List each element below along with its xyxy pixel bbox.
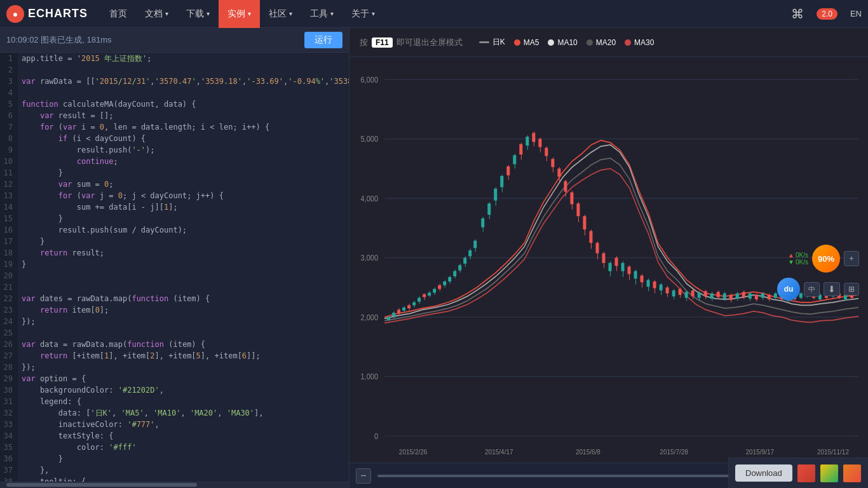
- line-content: var option = {: [18, 373, 86, 384]
- line-number: 29: [0, 373, 18, 384]
- code-line: 11 }: [0, 167, 349, 179]
- line-content: return [+item[1], +item[2], +item[5], +i…: [18, 350, 261, 362]
- chart-panel: 按 F11 即可退出全屏模式 日K MA5 MA10: [349, 28, 868, 488]
- line-number: 13: [0, 190, 18, 201]
- line-content: backgroundColor: '#21202D',: [18, 384, 164, 396]
- code-line: 25: [0, 327, 349, 339]
- download-button[interactable]: Download: [735, 464, 792, 482]
- f11-hint: 按 F11 即可退出全屏模式: [360, 37, 463, 48]
- nav-about[interactable]: 关于 ▾: [342, 0, 384, 28]
- line-content: sum += data[i - j][1];: [18, 201, 178, 213]
- svg-rect-116: [666, 287, 669, 293]
- nav-home[interactable]: 首页: [100, 0, 136, 28]
- du-icon[interactable]: du: [777, 278, 800, 301]
- theme-yellow-green-button[interactable]: [820, 464, 838, 482]
- code-line: 16 result.push(sum / dayCount);: [0, 224, 349, 236]
- svg-rect-32: [412, 302, 416, 306]
- code-panel: 10:09:02 图表已生成, 181ms 运行 1app.title = '2…: [0, 28, 349, 488]
- github-icon[interactable]: ⌘: [791, 6, 804, 22]
- code-line: 7 for (var i = 0, len = data.length; i <…: [0, 121, 349, 133]
- svg-rect-46: [448, 277, 451, 281]
- code-line: 18 return result;: [0, 247, 349, 259]
- svg-rect-74: [532, 133, 535, 142]
- svg-text:4,000: 4,000: [360, 194, 378, 203]
- code-line: 12 var sum = 0;: [0, 179, 349, 190]
- code-line: 27 return [+item[1], +item[2], +item[5],…: [0, 350, 349, 362]
- svg-rect-134: [723, 294, 726, 299]
- lang-cn-button[interactable]: 中: [804, 282, 820, 297]
- code-status: 10:09:02 图表已生成, 181ms: [6, 34, 111, 46]
- traffic-circle[interactable]: 90%: [812, 245, 840, 273]
- svg-rect-110: [647, 280, 650, 287]
- nav-download[interactable]: 下载 ▾: [177, 0, 219, 28]
- line-number: 3: [0, 76, 18, 87]
- nav-tools[interactable]: 工具 ▾: [301, 0, 342, 28]
- line-content: result.push('-');: [18, 144, 155, 156]
- line-number: 36: [0, 453, 18, 464]
- code-line: 28});: [0, 362, 349, 373]
- f11-badge: F11: [372, 37, 393, 48]
- svg-rect-130: [710, 294, 714, 299]
- line-number: 32: [0, 407, 18, 419]
- legend-ma30-dot: [625, 39, 631, 46]
- code-line: 26var data = rawData.map(function (item)…: [0, 339, 349, 350]
- line-number: 17: [0, 236, 18, 247]
- legend-ma30-label: MA30: [634, 38, 654, 47]
- svg-rect-26: [397, 309, 400, 313]
- code-line: 4: [0, 87, 349, 98]
- line-content: return result;: [18, 247, 104, 259]
- line-number: 5: [0, 98, 18, 110]
- line-number: 12: [0, 179, 18, 190]
- svg-rect-142: [749, 294, 752, 299]
- line-number: 9: [0, 144, 18, 156]
- svg-rect-22: [387, 317, 390, 320]
- svg-rect-60: [487, 203, 491, 215]
- nav-examples[interactable]: 实例 ▾: [219, 0, 260, 28]
- plus-btn[interactable]: +: [844, 251, 859, 266]
- svg-rect-108: [641, 276, 644, 283]
- code-line: 38 tooltip: {: [0, 476, 349, 482]
- zoom-out-button[interactable]: −: [356, 468, 371, 484]
- code-area[interactable]: 1app.title = '2015 年上证指数';2 3var rawData…: [0, 53, 349, 482]
- grid-icon-button[interactable]: ⊞: [844, 283, 859, 295]
- svg-rect-100: [615, 258, 618, 266]
- code-scrollbar[interactable]: [0, 482, 349, 488]
- line-content: if (i < dayCount) {: [18, 133, 146, 144]
- line-number: 14: [0, 201, 18, 213]
- traffic-row: ▲ 0K/s ▼ 0K/s 90% +: [788, 245, 859, 273]
- svg-rect-68: [513, 155, 516, 164]
- line-number: 24: [0, 316, 18, 327]
- code-line: 5function calculateMA(dayCount, data) {: [0, 98, 349, 110]
- svg-rect-126: [698, 293, 701, 298]
- svg-rect-102: [621, 263, 625, 271]
- line-content: [18, 87, 26, 98]
- svg-rect-112: [653, 281, 656, 288]
- code-line: 29var option = {: [0, 373, 349, 384]
- svg-rect-98: [608, 263, 611, 271]
- svg-rect-52: [463, 258, 466, 264]
- line-content: }: [18, 259, 26, 270]
- chart-area: 6,000 5,000 4,000 3,000 2,000 1,000 0 20…: [349, 57, 868, 488]
- theme-red-button[interactable]: [797, 464, 815, 482]
- svg-rect-30: [407, 305, 410, 308]
- run-button[interactable]: 运行: [304, 32, 342, 48]
- svg-rect-144: [755, 295, 758, 299]
- save-icon-button[interactable]: ⬇: [824, 282, 840, 296]
- code-line: 20: [0, 270, 349, 281]
- line-content: });: [18, 362, 36, 373]
- nav-community[interactable]: 社区 ▾: [260, 0, 301, 28]
- code-scrollbar-thumb: [6, 483, 197, 487]
- line-content: },: [18, 464, 49, 476]
- line-content: for (var i = 0, len = data.length; i < l…: [18, 121, 269, 133]
- code-line: 37 },: [0, 464, 349, 476]
- theme-orange-button[interactable]: [843, 464, 861, 482]
- line-number: 21: [0, 281, 18, 293]
- line-number: 35: [0, 442, 18, 453]
- language-toggle[interactable]: EN: [850, 9, 862, 18]
- code-line: 13 for (var j = 0; j < dayCount; j++) {: [0, 190, 349, 201]
- svg-text:2015/4/17: 2015/4/17: [485, 448, 513, 456]
- nav-docs[interactable]: 文档 ▾: [136, 0, 177, 28]
- upload-speed: 0K/s: [796, 252, 808, 259]
- line-content: var rawData = [['2015/12/31','3570.47','…: [18, 76, 349, 87]
- legend-ma20-dot: [587, 39, 593, 46]
